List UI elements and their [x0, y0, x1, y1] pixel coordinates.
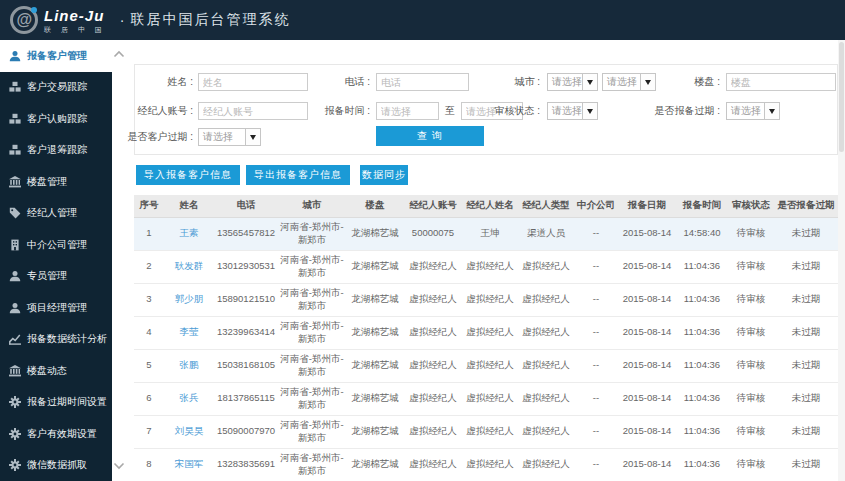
- report-expired-select[interactable]: 请选择: [726, 102, 780, 120]
- sidebar-item-3[interactable]: 客户认购跟踪: [0, 103, 112, 135]
- customer-name-cell: 张兵: [164, 382, 214, 415]
- table-row[interactable]: 3郭少朋15890121510河南省-郑州市-新郑市龙湖棉艺城虚拟经纪人虚拟经纪…: [134, 283, 838, 316]
- sidebar-nav: 报备客户管理客户交易跟踪客户认购跟踪客户退筹跟踪楼盘管理经纪人管理中介公司管理专…: [0, 40, 112, 481]
- customer-name-link[interactable]: 张鹏: [180, 359, 199, 370]
- brand-subtitle: 联 居 中 国: [44, 26, 106, 33]
- table-row[interactable]: 7刘昊昊15090007970河南省-郑州市-新郑市龙湖棉艺城虚拟经纪人虚拟经纪…: [134, 415, 838, 448]
- report-date-from-input[interactable]: [376, 102, 439, 120]
- table-cell: 未过期: [774, 316, 838, 349]
- customer-name-cell: 刘昊昊: [164, 415, 214, 448]
- customer-name-link[interactable]: 宋国军: [175, 458, 204, 469]
- name-input[interactable]: [198, 73, 308, 91]
- table-cell: 河南省-郑州市-新郑市: [278, 448, 346, 481]
- chevron-up-icon[interactable]: [113, 50, 125, 58]
- sidebar-item-9[interactable]: 项目经理管理: [0, 292, 112, 324]
- sidebar-item-4[interactable]: 客户退筹跟踪: [0, 135, 112, 167]
- sidebar-item-14[interactable]: 微信数据抓取: [0, 450, 112, 481]
- column-header: 审核状态: [728, 195, 774, 217]
- table-row[interactable]: 1王素13565457812河南省-郑州市-新郑市龙湖棉艺城50000075王坤…: [134, 217, 838, 250]
- table-cell: 龙湖棉艺城: [346, 382, 404, 415]
- table-cell: 龙湖棉艺城: [346, 250, 404, 283]
- sidebar-item-5[interactable]: 楼盘管理: [0, 166, 112, 198]
- customer-name-link[interactable]: 李莹: [180, 326, 199, 337]
- table-cell: 虚拟经纪人: [404, 415, 462, 448]
- column-header: 报备时间: [676, 195, 728, 217]
- scrollbar-thumb[interactable]: [839, 42, 844, 152]
- column-header: 姓名: [164, 195, 214, 217]
- audit-status-label: 审核状态 :: [494, 102, 540, 120]
- user-icon: [9, 50, 21, 62]
- table-cell: 未过期: [774, 382, 838, 415]
- sidebar-item-1[interactable]: 报备客户管理: [0, 40, 112, 72]
- table-cell: 11:04:36: [676, 382, 728, 415]
- tag-icon: [9, 207, 21, 219]
- table-cell: 渠道人员: [518, 217, 574, 250]
- table-cell: --: [574, 448, 618, 481]
- vertical-scrollbar[interactable]: [838, 40, 845, 481]
- table-cell: 待审核: [728, 283, 774, 316]
- customer-name-link[interactable]: 刘昊昊: [175, 425, 204, 436]
- sidebar-item-label: 微信数据抓取: [27, 458, 87, 472]
- table-row[interactable]: 5张鹏15038168105河南省-郑州市-新郑市龙湖棉艺城虚拟经纪人虚拟经纪人…: [134, 349, 838, 382]
- table-cell: 待审核: [728, 382, 774, 415]
- audit-status-select[interactable]: 请选择: [547, 102, 598, 120]
- phone-input[interactable]: [376, 73, 469, 91]
- customer-name-cell: 宋国军: [164, 448, 214, 481]
- table-cell: 2015-08-14: [618, 283, 676, 316]
- column-header: 经纪人类型: [518, 195, 574, 217]
- sidebar-item-11[interactable]: 楼盘动态: [0, 355, 112, 387]
- sidebar-item-12[interactable]: 报备过期时间设置: [0, 387, 112, 419]
- sidebar-item-6[interactable]: 经纪人管理: [0, 198, 112, 230]
- sidebar-item-label: 楼盘管理: [27, 175, 67, 189]
- property-input[interactable]: [726, 73, 836, 91]
- table-row[interactable]: 6张兵18137865115河南省-郑州市-新郑市龙湖棉艺城虚拟经纪人虚拟经纪人…: [134, 382, 838, 415]
- sidebar-item-label: 客户交易跟踪: [27, 80, 87, 94]
- table-cell: 虚拟经纪人: [404, 448, 462, 481]
- city-city-select[interactable]: 请选择: [602, 73, 656, 91]
- customer-name-link[interactable]: 耿发群: [175, 260, 204, 271]
- table-cell: 6: [134, 382, 164, 415]
- table-cell: 待审核: [728, 448, 774, 481]
- export-report-customers-button[interactable]: 导出报备客户信息: [246, 165, 350, 185]
- table-cell: 虚拟经纪人: [518, 382, 574, 415]
- table-row[interactable]: 4李莹13239963414河南省-郑州市-新郑市龙湖棉艺城虚拟经纪人虚拟经纪人…: [134, 316, 838, 349]
- sidebar-item-8[interactable]: 专员管理: [0, 261, 112, 293]
- customer-name-link[interactable]: 张兵: [180, 392, 199, 403]
- agent-account-label: 经纪人账号 :: [137, 102, 193, 120]
- data-sync-button[interactable]: 数据同步: [360, 165, 408, 185]
- sidebar-item-7[interactable]: 中介公司管理: [0, 229, 112, 261]
- table-cell: 龙湖棉艺城: [346, 349, 404, 382]
- table-cell: 虚拟经纪人: [462, 448, 518, 481]
- agent-account-input[interactable]: [198, 102, 308, 120]
- table-cell: --: [574, 316, 618, 349]
- customer-name-link[interactable]: 王素: [180, 227, 199, 238]
- table-cell: 14:58:40: [676, 217, 728, 250]
- sidebar-item-10[interactable]: 报备数据统计分析: [0, 324, 112, 356]
- table-cell: 2015-08-14: [618, 448, 676, 481]
- query-button[interactable]: 查 询: [376, 126, 484, 146]
- table-cell: 虚拟经纪人: [518, 448, 574, 481]
- table-cell: 11:04:36: [676, 349, 728, 382]
- dropdown-arrow-icon: [245, 129, 260, 145]
- table-cell: 虚拟经纪人: [404, 349, 462, 382]
- import-report-customers-button[interactable]: 导入报备客户信息: [136, 165, 240, 185]
- table-cell: 11:04:36: [676, 415, 728, 448]
- city-province-select[interactable]: 请选择: [547, 73, 598, 91]
- table-cell: 7: [134, 415, 164, 448]
- app-window: @ Line-Ju 联 居 中 国 · 联居中国后台管理系统 报备客户管理客户交…: [0, 0, 845, 481]
- dropdown-arrow-icon: [640, 74, 655, 90]
- table-row[interactable]: 2耿发群13012930531河南省-郑州市-新郑市龙湖棉艺城虚拟经纪人虚拟经纪…: [134, 250, 838, 283]
- brand-logo[interactable]: @ Line-Ju 联 居 中 国: [10, 6, 106, 34]
- table-cell: 龙湖棉艺城: [346, 316, 404, 349]
- customer-name-cell: 郭少朋: [164, 283, 214, 316]
- sidebar-item-2[interactable]: 客户交易跟踪: [0, 72, 112, 104]
- customer-expired-select[interactable]: 请选择: [198, 128, 261, 146]
- customer-name-link[interactable]: 郭少朋: [175, 293, 204, 304]
- chevron-down-icon[interactable]: [113, 462, 125, 470]
- gear-icon: [9, 396, 21, 408]
- customer-name-cell: 王素: [164, 217, 214, 250]
- table-row[interactable]: 8宋国军13283835691河南省-郑州市-新郑市龙湖棉艺城虚拟经纪人虚拟经纪…: [134, 448, 838, 481]
- sidebar-item-13[interactable]: 客户有效期设置: [0, 418, 112, 450]
- table-cell: 13565457812: [214, 217, 278, 250]
- customer-name-cell: 耿发群: [164, 250, 214, 283]
